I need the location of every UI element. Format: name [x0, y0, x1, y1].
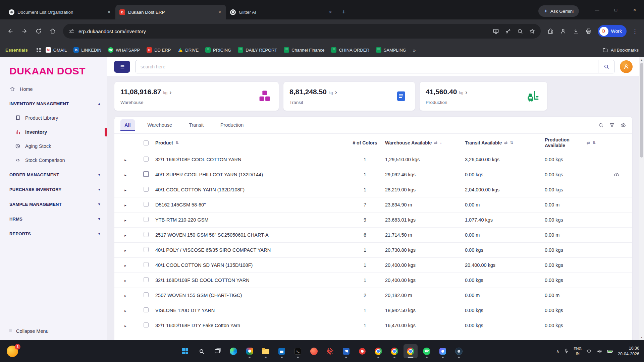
photos-icon[interactable]	[243, 344, 257, 358]
bookmark-linkedin[interactable]: inLINKEDIN	[73, 47, 101, 53]
chevron-right-icon[interactable]: ›	[465, 89, 467, 96]
chevron-right-icon[interactable]: ›	[169, 89, 171, 96]
sort-descending-icon[interactable]: ↓	[440, 140, 442, 145]
table-search-icon[interactable]	[598, 122, 604, 128]
row-expand-icon[interactable]: ▸	[114, 279, 137, 283]
row-checkbox[interactable]	[144, 322, 149, 327]
minimize-button[interactable]: —	[588, 0, 606, 19]
map-pin-icon[interactable]	[355, 344, 369, 358]
file-explorer-icon[interactable]	[259, 344, 273, 358]
tab-transit[interactable]: Transit	[185, 119, 208, 131]
windows-start-icon[interactable]	[178, 344, 192, 358]
apps-grid-icon[interactable]	[35, 48, 39, 52]
list-menu-button[interactable]	[114, 61, 130, 73]
row-expand-icon[interactable]: ▸	[114, 158, 137, 162]
bookmark-sampling[interactable]: SAMPLING	[376, 47, 406, 53]
row-expand-icon[interactable]: ▸	[114, 309, 137, 313]
row-checkbox[interactable]	[144, 232, 149, 237]
scrollbar-thumb[interactable]	[640, 63, 643, 158]
bookmark-china-order[interactable]: CHINA ORDER	[331, 47, 369, 53]
close-window-button[interactable]: ×	[625, 0, 644, 19]
row-checkbox[interactable]	[143, 171, 149, 177]
snipping-tool-icon[interactable]	[436, 344, 450, 358]
column-header-transit[interactable]: Transit Available ⇄ ⇅	[465, 140, 545, 145]
task-view-icon[interactable]	[210, 344, 224, 358]
chrome-2-icon[interactable]	[387, 344, 401, 358]
tab-close-icon[interactable]: ×	[217, 9, 223, 15]
taskbar-clock[interactable]: 16:36 20-04-2026	[618, 346, 639, 357]
row-checkbox[interactable]	[144, 262, 149, 267]
sidebar-section-sample-management[interactable]: SAMPLE MANAGEMENT ▾	[0, 197, 107, 212]
search-input[interactable]	[136, 60, 598, 73]
sidebar-section-reports[interactable]: REPORTS ▾	[0, 226, 107, 241]
row-expand-icon[interactable]: ▸	[114, 324, 137, 328]
forward-button[interactable]	[18, 25, 31, 38]
extensions-icon[interactable]	[545, 25, 556, 37]
maximize-button[interactable]: □	[606, 0, 625, 19]
sort-icon[interactable]: ⇅	[510, 140, 513, 145]
ms-store-icon[interactable]	[275, 344, 289, 358]
row-checkbox[interactable]	[144, 217, 149, 222]
sidebar-section-purchase-inventory[interactable]: PURCHASE INVENTORY ▾	[0, 182, 107, 197]
tab-all[interactable]: All	[120, 119, 135, 131]
ask-gemini-button[interactable]: ✦ Ask Gemini	[538, 5, 579, 17]
row-checkbox[interactable]	[144, 187, 149, 192]
user-avatar[interactable]	[620, 60, 633, 73]
scrollbar-track[interactable]	[639, 62, 644, 335]
profile-person-icon[interactable]	[557, 25, 569, 37]
reload-button[interactable]	[32, 25, 45, 38]
select-all-checkbox[interactable]	[137, 140, 155, 145]
row-checkbox[interactable]	[144, 292, 149, 297]
sort-icon[interactable]: ⇅	[592, 140, 596, 145]
checkbox[interactable]	[144, 140, 149, 145]
sidebar-item-product-library[interactable]: Product Library	[0, 111, 107, 125]
whatsapp-icon[interactable]	[420, 344, 434, 358]
edge-icon[interactable]	[226, 344, 240, 358]
bookmark-channel-finance[interactable]: Channel Finance	[284, 47, 324, 53]
print-icon[interactable]	[583, 25, 594, 37]
address-bar[interactable]: erp.dukaandost.com/inventory	[63, 24, 541, 39]
new-tab-button[interactable]: +	[339, 7, 349, 17]
collapse-menu-button[interactable]: ≡ Collapse Menu	[0, 322, 107, 340]
back-button[interactable]	[4, 25, 17, 38]
scroll-down-icon[interactable]: ▾	[639, 335, 644, 340]
row-expand-icon[interactable]: ▸	[114, 294, 137, 298]
chrome-1-icon[interactable]	[371, 344, 385, 358]
taskbar-widget-icon[interactable]: 3	[7, 346, 18, 357]
column-header-warehouse[interactable]: Warehouse Available ⇄ ↓	[385, 140, 465, 145]
terminal-icon[interactable]	[291, 344, 305, 358]
sidebar-section-inventory-management[interactable]: INVENTORY MANAGEMENT ▴	[0, 96, 107, 111]
sidebar-section-order-management[interactable]: ORDER MANAGEMENT ▾	[0, 167, 107, 182]
row-expand-icon[interactable]: ▸	[114, 218, 137, 223]
tab-warehouse[interactable]: Warehouse	[144, 119, 176, 131]
volume-icon[interactable]	[596, 348, 602, 354]
search-lens-icon[interactable]	[517, 28, 523, 35]
home-button[interactable]	[46, 25, 59, 38]
browser-tab-glitter-ai[interactable]: Glitter AI ×	[226, 5, 337, 19]
downloads-icon[interactable]	[570, 25, 582, 37]
site-info-icon[interactable]	[68, 28, 74, 34]
install-app-icon[interactable]	[493, 28, 499, 35]
bookmark-daily-report[interactable]: DAILY REPORT	[238, 47, 277, 53]
row-checkbox[interactable]	[144, 277, 149, 282]
url-text[interactable]: erp.dukaandost.com/inventory	[78, 28, 489, 34]
row-checkbox[interactable]	[144, 157, 149, 162]
sidebar-section-hrms[interactable]: HRMS ▾	[0, 212, 107, 226]
browser-tab-document-list[interactable]: Document List Organization ×	[5, 5, 115, 19]
browser-tab-dukaan-dost-erp[interactable]: D Dukaan Dost ERP ×	[115, 5, 226, 19]
sidebar-item-home[interactable]: Home	[0, 82, 107, 96]
language-indicator[interactable]: ENG IN	[574, 347, 582, 355]
row-expand-icon[interactable]: ▸	[114, 203, 137, 207]
bookmark-dd-erp[interactable]: DDD ERP	[147, 47, 171, 53]
row-expand-icon[interactable]: ▸	[114, 248, 137, 253]
battery-icon[interactable]	[607, 348, 613, 355]
swap-sort-icon[interactable]: ⇄	[587, 140, 590, 145]
tab-close-icon[interactable]: ×	[327, 9, 333, 15]
hidden-icons-chevron[interactable]: ∧	[556, 349, 559, 354]
tab-production[interactable]: Production	[216, 119, 248, 131]
scroll-up-icon[interactable]: ▴	[639, 57, 644, 62]
microphone-icon[interactable]	[564, 348, 569, 354]
row-checkbox[interactable]	[144, 307, 149, 312]
vs-code-icon[interactable]	[339, 344, 353, 358]
sort-icon[interactable]: ⇅	[175, 140, 179, 145]
